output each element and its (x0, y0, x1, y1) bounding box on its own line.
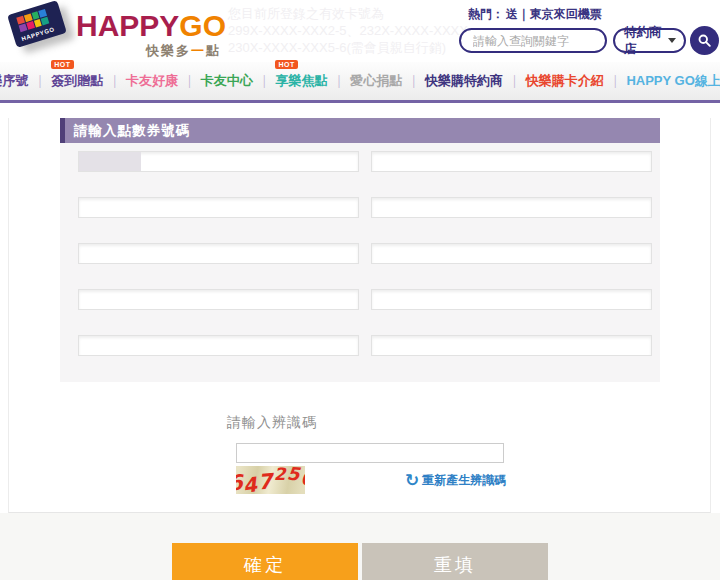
voucher-input-10[interactable] (371, 335, 652, 356)
nav-item[interactable]: 卡友好康 (126, 72, 178, 90)
nav-divider: ｜ (108, 72, 121, 90)
chevron-down-icon (668, 38, 676, 43)
hot-badge: HOT (275, 60, 297, 69)
nav-item-label: 快樂購特約商 (425, 73, 503, 88)
voucher-field-4 (371, 197, 652, 218)
site-header: 您目前所登錄之有效卡號為 299X-XXXX-XXX2-5、232X-XXXX-… (0, 0, 720, 62)
voucher-input-3[interactable] (78, 197, 359, 218)
voucher-input-4[interactable] (371, 197, 652, 218)
brand-happy: HAPPY (76, 9, 179, 42)
nav-item[interactable]: 快樂購特約商 (425, 72, 503, 90)
captcha-digit: 2 (274, 466, 286, 483)
search-category-label: 特約商店 (624, 24, 668, 58)
nav-item-label: HAPPY GO線上通 (626, 73, 720, 88)
captcha-digit: 4 (242, 474, 259, 494)
nav-item-label: 卡友中心 (201, 73, 253, 88)
nav-divider: ｜ (183, 72, 196, 90)
captcha-digit: 6 (300, 469, 305, 488)
content-container: 請輸入點數券號碼 請輸入辨識碼 647256 ↻ 重新產生辨識碼 (8, 118, 711, 513)
nav-item[interactable]: HOT簽到贈點 (51, 72, 103, 90)
voucher-input-2[interactable] (371, 151, 652, 172)
refresh-icon: ↻ (405, 472, 419, 489)
hot-promo-line: 熱門：送｜東京來回機票 (468, 6, 602, 23)
nav-item-label: 卡友好康 (126, 73, 178, 88)
nav-item-label: 戳戳樂序號 (0, 73, 29, 88)
brand-go: GO (179, 9, 226, 42)
voucher-field-3 (78, 197, 359, 218)
nav-item[interactable]: HOT享樂焦點 (275, 72, 327, 90)
nav-divider: ｜ (34, 72, 47, 90)
voucher-field-7 (78, 289, 359, 310)
voucher-field-8 (371, 289, 652, 310)
voucher-input-7[interactable] (78, 289, 359, 310)
voucher-panel: 請輸入點數券號碼 (60, 118, 660, 382)
nav-divider: ｜ (609, 72, 622, 90)
voucher-grid (78, 151, 652, 356)
nav-item[interactable]: 快樂購卡介紹 (526, 72, 604, 90)
voucher-input-8[interactable] (371, 289, 652, 310)
captcha-input[interactable] (236, 443, 504, 463)
main-nav: 戳戳樂序號｜HOT簽到贈點｜卡友好康｜卡友中心｜HOT享樂焦點｜愛心捐點｜快樂購… (0, 62, 720, 103)
brand-wordmark: HAPPYGO (76, 10, 221, 42)
confirm-button[interactable]: 確定 (172, 543, 358, 580)
nav-item-label: 享樂焦點 (275, 73, 327, 88)
nav-item[interactable]: 卡友中心 (201, 72, 253, 90)
hot-badge: HOT (51, 60, 73, 69)
nav-item-label: 愛心捐點 (350, 73, 402, 88)
voucher-field-5 (78, 243, 359, 264)
panel-title: 請輸入點數券號碼 (60, 118, 660, 143)
refresh-label: 重新產生辨識碼 (422, 472, 506, 489)
voucher-field-2 (371, 151, 652, 172)
search-button[interactable] (690, 26, 719, 55)
captcha-image: 647256 (236, 466, 305, 494)
captcha-label: 請輸入辨識碼 (227, 414, 527, 432)
tagline-pre: 快樂多 (146, 43, 191, 58)
voucher-input-5[interactable] (78, 243, 359, 264)
captcha-digit: 5 (286, 466, 300, 484)
voucher-input-1[interactable] (78, 151, 359, 172)
captcha-refresh-link[interactable]: ↻ 重新產生辨識碼 (405, 472, 506, 489)
magnifier-icon (697, 33, 712, 48)
nav-item[interactable]: 戳戳樂序號 (0, 72, 29, 90)
voucher-input-6[interactable] (371, 243, 652, 264)
voucher-field-10 (371, 335, 652, 356)
reset-button[interactable]: 重填 (362, 543, 548, 580)
nav-divider: ｜ (332, 72, 345, 90)
captcha-section: 請輸入辨識碼 647256 ↻ 重新產生辨識碼 (227, 414, 527, 509)
form-actions: 確定 重填 (0, 513, 720, 580)
nav-item-label: 快樂購卡介紹 (526, 73, 604, 88)
search-input[interactable] (459, 28, 607, 53)
tagline-post: 點 (206, 43, 221, 58)
hot-promo-link[interactable]: 送｜東京來回機票 (506, 7, 602, 21)
voucher-input-9[interactable] (78, 335, 359, 356)
search-category-dropdown[interactable]: 特約商店 (613, 28, 686, 53)
brand-tagline: 快樂多一點 (76, 42, 221, 60)
voucher-field-9 (78, 335, 359, 356)
nav-item[interactable]: 愛心捐點 (350, 72, 402, 90)
nav-divider: ｜ (258, 72, 271, 90)
hot-label: 熱門： (468, 7, 504, 21)
nav-divider: ｜ (508, 72, 521, 90)
captcha-digit: 7 (257, 471, 273, 493)
brand-logo[interactable]: HAPPYGO 快樂多一點 (76, 10, 221, 60)
voucher-field-6 (371, 243, 652, 264)
voucher-field-1 (78, 151, 359, 172)
nav-item[interactable]: HAPPY GO線上通 (626, 72, 720, 90)
nav-item-label: 簽到贈點 (51, 73, 103, 88)
nav-divider: ｜ (407, 72, 420, 90)
tagline-accent: 一 (191, 43, 206, 58)
happygo-card-icon[interactable]: HAPPYGO (7, 0, 67, 48)
